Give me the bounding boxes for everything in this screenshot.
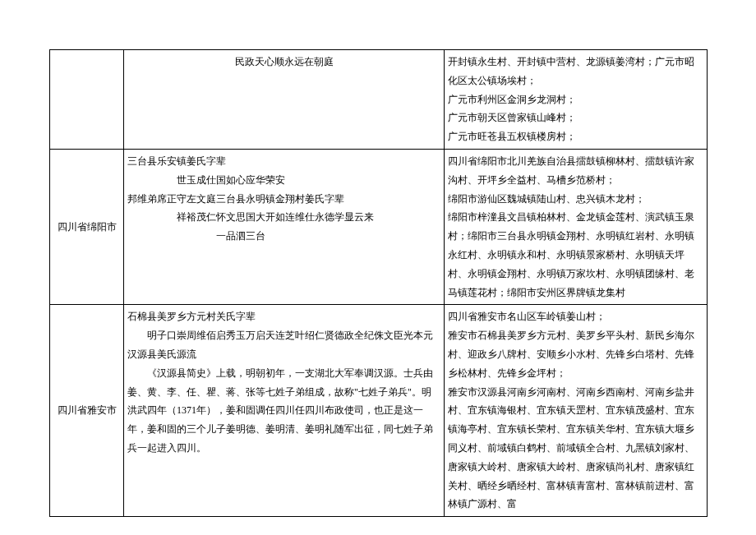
village-line: 绵阳市梓潼县文昌镇柏林村、金龙镇金莲村、演武镇玉泉村；绵阳市三台县永明镇金翔村、… xyxy=(448,208,703,302)
village-line: 四川省雅安市名山区车岭镇姜山村； xyxy=(448,307,703,326)
poem-line: 石棉县美罗乡方元村关氏字辈 xyxy=(127,307,440,326)
village-line: 广元市旺苍县五权镇楼房村； xyxy=(448,127,703,146)
document-page: 民政天心顺永远在朝庭 开封镇永生村、开封镇中营村、龙源镇姜湾村；广元市昭化区太公… xyxy=(0,0,756,535)
village-line: 雅安市汉源县河南乡河南村、河南乡西南村、河南乡盐井村、宜东镇海银村、宜东镇天罡村… xyxy=(448,383,703,514)
table-row: 四川省绵阳市 三台县乐安镇姜氏字辈 世玉成仕国如心应华荣安 邦维弟席正守左文庭三… xyxy=(50,149,708,304)
poem-line: 三台县乐安镇姜氏字辈 xyxy=(127,152,440,171)
content-table: 民政天心顺永远在朝庭 开封镇永生村、开封镇中营村、龙源镇姜湾村；广元市昭化区太公… xyxy=(49,49,708,517)
poem-cell: 石棉县美罗乡方元村关氏字辈 明子口崇周维佰启秀玉万启天连芝叶绍仁贤德政全纪侏文臣… xyxy=(124,305,445,517)
poem-line: 《汉源县简史》上载，明朝初年，一支湖北大军奉调汉源。士兵由姜、黄、李、任、瞿、蒋… xyxy=(127,364,440,458)
poem-line: 世玉成仕国如心应华荣安 xyxy=(127,171,440,190)
region-text: 四川省雅安市 xyxy=(58,404,117,416)
village-line: 雅安市石棉县美罗乡方元村、美罗乡平头村、新民乡海尔村、迎政乡八牌村、安顺乡小水村… xyxy=(448,326,703,382)
poem-cell: 民政天心顺永远在朝庭 xyxy=(124,50,445,150)
village-line: 绵阳市游仙区魏城镇陆山村、忠兴镇木龙村； xyxy=(448,190,703,209)
village-line: 广元市利州区金洞乡龙洞村； xyxy=(448,90,703,109)
poem-line: 邦维弟席正守左文庭三台县永明镇金翔村姜氏字辈 xyxy=(127,190,440,209)
table-row: 民政天心顺永远在朝庭 开封镇永生村、开封镇中营村、龙源镇姜湾村；广元市昭化区太公… xyxy=(50,50,708,150)
region-cell: 四川省雅安市 xyxy=(50,305,124,517)
region-cell xyxy=(50,50,124,150)
village-line: 四川省绵阳市北川羌族自治县擂鼓镇柳林村、擂鼓镇许家沟村、开坪乡全益村、马槽乡范桥… xyxy=(448,152,703,190)
village-line: 广元市朝天区曾家镇山峰村； xyxy=(448,108,703,127)
poem-line: 一品泗三台 xyxy=(127,227,440,246)
table-row: 四川省雅安市 石棉县美罗乡方元村关氏字辈 明子口崇周维佰启秀玉万启天连芝叶绍仁贤… xyxy=(50,305,708,517)
poem-line: 明子口崇周维佰启秀玉万启天连芝叶绍仁贤德政全纪侏文臣光本元汉源县美氏源流 xyxy=(127,326,440,364)
poem-line: 民政天心顺永远在朝庭 xyxy=(127,53,440,71)
villages-cell: 四川省雅安市名山区车岭镇姜山村； 雅安市石棉县美罗乡方元村、美罗乡平头村、新民乡… xyxy=(445,305,708,517)
poem-cell: 三台县乐安镇姜氏字辈 世玉成仕国如心应华荣安 邦维弟席正守左文庭三台县永明镇金翔… xyxy=(124,149,445,304)
poem-line: 祥裕茂仁怀文思国大开如连维仕永德学显云来 xyxy=(127,208,440,227)
villages-cell: 四川省绵阳市北川羌族自治县擂鼓镇柳林村、擂鼓镇许家沟村、开坪乡全益村、马槽乡范桥… xyxy=(445,149,708,304)
region-text: 四川省绵阳市 xyxy=(58,221,117,233)
region-cell: 四川省绵阳市 xyxy=(50,149,124,304)
village-line: 开封镇永生村、开封镇中营村、龙源镇姜湾村；广元市昭化区太公镇场埃村； xyxy=(448,53,703,90)
villages-cell: 开封镇永生村、开封镇中营村、龙源镇姜湾村；广元市昭化区太公镇场埃村； 广元市利州… xyxy=(445,50,708,150)
